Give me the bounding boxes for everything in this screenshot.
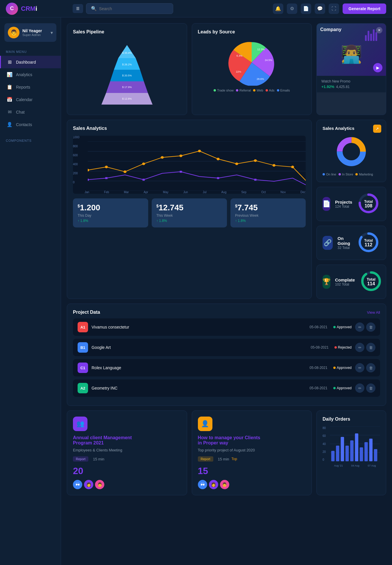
sidebar: 👨 Nil Yeager Super Admin ▾ Main Menu ⊞ D…	[0, 17, 61, 565]
svg-point-42	[343, 144, 359, 160]
instore-label: In Store	[342, 173, 353, 176]
donut-chart-container	[323, 134, 380, 169]
user-menu-icon[interactable]: ▾	[51, 30, 53, 35]
report-tag-2: Report	[198, 456, 213, 462]
project-code-b1: B1	[78, 342, 88, 353]
action-btns-b1: ✏ 🗑	[355, 343, 375, 352]
report-title-2: How to manage your Clientsin Proper way	[198, 435, 306, 446]
report-card-1: 👥 Annual client ManagementProgram 2021 E…	[67, 410, 187, 495]
avatar-3: 👨	[95, 480, 104, 489]
expand-button[interactable]: ⛶	[329, 3, 339, 14]
top-badge: Top	[232, 457, 237, 461]
sliders-button[interactable]: ⚙	[287, 3, 297, 14]
sidebar-item-label: Chat	[16, 110, 25, 114]
generate-report-button[interactable]: Generate Report	[343, 3, 386, 14]
edit-btn-a1[interactable]: ✏	[355, 322, 364, 332]
row-1: Sales Pipeline $ 33.4% $ 26.2% $ 20.5% $	[67, 23, 386, 115]
daily-x-labels: Aug '21 04 Aug 07 Aug	[330, 464, 380, 467]
action-btns-a2: ✏ 🗑	[355, 383, 375, 393]
project-data-card: Project Data View All A1 Vivamus consect…	[67, 304, 386, 406]
complete-name: Complate	[335, 277, 355, 282]
complete-ring: Total 114	[359, 270, 383, 294]
user-role: Super Admin	[22, 33, 42, 37]
delete-btn-b1[interactable]: 🗑	[366, 343, 375, 352]
play-button[interactable]: ▶	[373, 63, 382, 72]
legend-web: Web	[253, 89, 263, 92]
hamburger-button[interactable]: ☰	[73, 4, 83, 13]
projects-sub: 124 Total	[335, 205, 352, 209]
project-name-a1: Vivamus consectetur	[92, 325, 306, 329]
svg-point-31	[273, 164, 275, 167]
metric-this-week: $12.745 This Week ↑ 1.8%	[152, 198, 227, 227]
layout: 👨 Nil Yeager Super Admin ▾ Main Menu ⊞ D…	[0, 0, 392, 565]
svg-text:6.3%: 6.3%	[237, 54, 243, 57]
legend-referral: Referral	[236, 89, 251, 92]
logo-icon: C	[6, 3, 18, 15]
sidebar-item-chat[interactable]: ✉ Chat	[0, 106, 61, 118]
report-time-1: 15 min	[93, 457, 104, 461]
pie-legend: Trade show Referral Web Ads	[214, 89, 290, 92]
search-input[interactable]	[99, 6, 168, 11]
project-code-a1: A1	[78, 322, 88, 332]
table-row: B1 Google Art 05-08-2021 Rejected ✏ 🗑	[73, 339, 380, 356]
avatar-5: 👩	[209, 480, 218, 489]
project-code-c1: C1	[78, 363, 88, 373]
edit-btn-b1[interactable]: ✏	[355, 343, 364, 352]
daily-orders-svg	[330, 426, 380, 461]
chat-button[interactable]: 💬	[315, 3, 325, 14]
svg-point-30	[254, 159, 257, 162]
sales-analytics-title: Sales Analytics	[73, 126, 306, 131]
svg-rect-61	[336, 446, 339, 461]
svg-rect-36	[180, 171, 182, 173]
projects-icon: 📄	[323, 197, 330, 211]
person-figure: 👨‍💻	[341, 44, 362, 64]
projects-ring-svg: Total 108	[357, 192, 380, 215]
main-content: Sales Pipeline $ 33.4% $ 26.2% $ 20.5% $	[61, 17, 392, 565]
logo-area: C CRMi	[6, 3, 67, 15]
projects-stat-card: 📄 Projects 124 Total Total 108	[316, 187, 386, 221]
metric-label-prevweek: Previous Week	[235, 214, 301, 218]
delete-btn-a1[interactable]: 🗑	[366, 322, 375, 332]
svg-text:$ 12.8%: $ 12.8%	[122, 97, 132, 100]
legend-emails: Emails	[277, 89, 290, 92]
svg-point-26	[179, 155, 182, 157]
report-avatars-2: 🕶 👩 👨	[198, 480, 306, 489]
online-label: On line	[326, 173, 336, 176]
daily-y-labels: 80 60 40 20 0	[323, 426, 326, 461]
watch-promo-label: Watch New Promo	[321, 79, 350, 83]
sidebar-item-calendar[interactable]: 📅 Calendar	[0, 93, 61, 106]
svg-text:Total: Total	[367, 277, 375, 281]
sidebar-item-dashboard[interactable]: ⊞ Dashboard	[0, 56, 61, 68]
delete-btn-a2[interactable]: 🗑	[366, 383, 375, 393]
sidebar-item-analytics[interactable]: 📊 Analytics	[0, 68, 61, 81]
edit-btn-c1[interactable]: ✏	[355, 363, 364, 372]
report-count-2: 15	[198, 466, 306, 476]
action-btns-c1: ✏ 🗑	[355, 363, 375, 372]
sidebar-item-reports[interactable]: 📋 Reports	[0, 81, 61, 93]
metric-change-day: ↑ 1.8%	[78, 219, 144, 223]
avatar: 👨	[8, 27, 19, 38]
view-all-link[interactable]: View All	[367, 310, 380, 315]
svg-rect-67	[364, 442, 368, 461]
ongoing-icon: 🔗	[323, 236, 333, 250]
instore-dot	[339, 173, 341, 175]
status-c1: Approved	[333, 366, 352, 370]
status-dot-a1	[333, 326, 336, 328]
line-chart-svg	[88, 141, 306, 191]
report-meta-2: Report 15 min Top	[198, 456, 306, 462]
sidebar-item-label: Analytics	[16, 72, 32, 77]
pipeline-chart: $ 33.4% $ 26.2% $ 20.5% $ 17.9% $ 12.8%	[73, 39, 181, 109]
sales-pipeline-card: Sales Pipeline $ 33.4% $ 26.2% $ 20.5% $	[67, 23, 187, 115]
sidebar-item-contacts[interactable]: 👤 Contacts	[0, 118, 61, 131]
delete-btn-c1[interactable]: 🗑	[366, 363, 375, 372]
svg-point-27	[198, 150, 201, 153]
edit-btn-a2[interactable]: ✏	[355, 383, 364, 393]
svg-text:12.3%: 12.3%	[257, 48, 265, 51]
bell-button[interactable]: 🔔	[273, 3, 283, 14]
search-box: 🔍	[86, 3, 173, 14]
pyramid-svg: $ 33.4% $ 26.2% $ 20.5% $ 17.9% $ 12.8%	[98, 42, 156, 106]
document-button[interactable]: 📄	[301, 3, 311, 14]
svg-rect-37	[217, 177, 219, 179]
report-avatars-1: 🕶 👩 👨	[73, 480, 181, 489]
metric-value-prevweek: $7.745	[235, 203, 301, 212]
